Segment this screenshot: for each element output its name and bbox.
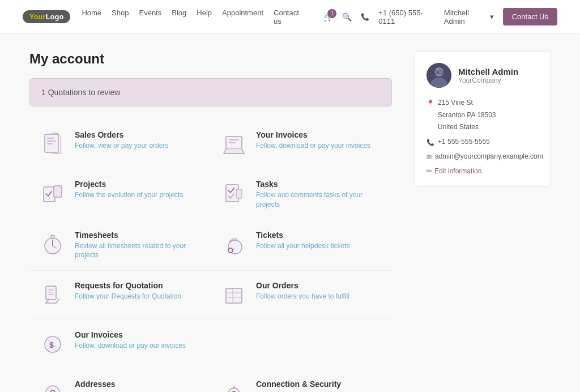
account-item-tickets[interactable]: Tickets Follow all your helpdesk tickets [211, 220, 392, 271]
contact-us-button[interactable]: Contact Us [503, 8, 557, 25]
svg-rect-1 [47, 138, 54, 139]
cart-icon[interactable]: 🛒 1 [323, 12, 333, 22]
account-item-addresses[interactable]: Addresses Add, remove or modify your add… [29, 369, 211, 392]
svg-rect-10 [236, 189, 242, 198]
cart-badge: 1 [327, 9, 336, 18]
tasks-text: Tasks Follow and comments tasks of your … [256, 180, 383, 210]
sidebar: Mitchell Admin YourCompany 📍 215 Vine St… [415, 51, 551, 392]
page-container: My account 1 Quotations to review Sales … [18, 34, 562, 392]
svg-rect-5 [229, 139, 239, 140]
your-invoices-icon [220, 130, 248, 159]
account-item-tasks[interactable]: Tasks Follow and comments tasks of your … [211, 169, 392, 220]
main-content: My account 1 Quotations to review Sales … [29, 51, 392, 392]
timesheets-text: Timesheets Review all timesheets related… [75, 231, 202, 261]
profile-card: Mitchell Admin YourCompany 📍 215 Vine St… [415, 51, 551, 187]
profile-company: YourCompany [458, 76, 518, 84]
navbar: YourLogo Home Shop Events Blog Help Appo… [0, 0, 580, 34]
nav-phone: +1 (650) 555-0111 [378, 8, 435, 25]
projects-icon [39, 180, 67, 208]
our-invoices-icon: $ [39, 330, 67, 359]
profile-phone: +1 555-555-5555 [438, 136, 490, 148]
sales-orders-icon [39, 130, 67, 159]
phone-row: 📞 +1 555-555-5555 [427, 136, 539, 148]
tickets-text: Tickets Follow all your helpdesk tickets [256, 231, 349, 251]
addresses-icon [39, 380, 67, 392]
items-grid: Sales Orders Follow, view or pay your or… [29, 120, 392, 392]
nav-blog[interactable]: Blog [172, 8, 186, 25]
account-item-our-orders[interactable]: Our Orders Follow orders you have to ful… [211, 271, 392, 320]
svg-rect-3 [47, 143, 53, 144]
our-orders-text: Our Orders Follow orders you have to ful… [256, 281, 349, 301]
avatar [427, 63, 451, 88]
address-text: 215 Vine St Scranton PA 18503 United Sta… [438, 97, 496, 134]
nav-links: Home Shop Events Blog Help Appointment C… [82, 8, 301, 25]
location-icon: 📍 [427, 98, 434, 109]
nav-appointment[interactable]: Appointment [222, 8, 263, 25]
our-orders-icon [220, 281, 248, 309]
phone-profile-icon: 📞 [427, 137, 434, 148]
quotation-banner[interactable]: 1 Quotations to review [29, 78, 392, 106]
your-invoices-text: Your Invoices Follow, download or pay yo… [256, 130, 370, 151]
requests-quotation-icon [39, 281, 67, 309]
our-invoices-text: Our Invoices Follow, download or pay our… [75, 330, 186, 351]
account-item-our-invoices[interactable]: $ Our Invoices Follow, download or pay o… [29, 320, 211, 369]
nav-home[interactable]: Home [82, 8, 101, 25]
svg-point-16 [228, 248, 233, 253]
email-row: ✉ admin@yourcompany.example.com [427, 151, 539, 163]
nav-contact[interactable]: Contact us [274, 8, 301, 25]
account-item-timesheets[interactable]: Timesheets Review all timesheets related… [29, 220, 211, 271]
logo[interactable]: YourLogo [23, 10, 70, 23]
nav-help[interactable]: Help [197, 8, 212, 25]
nav-user-menu[interactable]: Mitchell Admin ▾ [444, 8, 494, 25]
account-item-your-invoices[interactable]: Your Invoices Follow, download or pay yo… [211, 120, 392, 169]
svg-rect-21 [48, 294, 54, 295]
connection-security-icon [220, 380, 248, 392]
pencil-icon: ✏ [427, 167, 432, 175]
profile-name-section: Mitchell Admin YourCompany [458, 67, 518, 84]
account-item-requests-quotation[interactable]: Requests for Quotation Follow your Reque… [29, 271, 211, 320]
nav-shop[interactable]: Shop [112, 8, 129, 25]
svg-rect-6 [229, 142, 236, 143]
projects-text: Projects Follow the evolution of your pr… [75, 180, 183, 200]
svg-point-14 [51, 235, 54, 238]
sales-orders-text: Sales Orders Follow, view or pay your or… [75, 130, 168, 151]
addresses-text: Addresses Add, remove or modify your add… [75, 380, 191, 392]
search-icon[interactable]: 🔍 [342, 12, 352, 22]
svg-rect-20 [48, 292, 53, 293]
timesheets-icon [39, 231, 67, 259]
svg-rect-2 [47, 140, 56, 142]
profile-info: 📍 215 Vine St Scranton PA 18503 United S… [427, 97, 539, 163]
svg-rect-22 [226, 288, 242, 303]
nav-icons: 🛒 1 🔍 📞 +1 (650) 555-0111 Mitchell Admin… [323, 8, 557, 25]
address-row: 📍 215 Vine St Scranton PA 18503 United S… [427, 97, 539, 134]
account-item-sales-orders[interactable]: Sales Orders Follow, view or pay your or… [29, 120, 211, 169]
account-item-projects[interactable]: Projects Follow the evolution of your pr… [29, 169, 211, 220]
tickets-icon [220, 231, 248, 259]
svg-rect-18 [46, 286, 56, 300]
profile-name: Mitchell Admin [458, 67, 518, 76]
page-title: My account [29, 51, 392, 67]
nav-events[interactable]: Events [139, 8, 161, 25]
profile-email: admin@yourcompany.example.com [435, 151, 543, 163]
account-item-connection-security[interactable]: Connection & Security Configure your con… [211, 369, 392, 392]
email-icon: ✉ [427, 152, 432, 163]
svg-rect-8 [54, 186, 62, 197]
svg-rect-19 [48, 289, 54, 291]
requests-quotation-text: Requests for Quotation Follow your Reque… [75, 281, 181, 301]
edit-information-link[interactable]: ✏ Edit information [427, 167, 539, 175]
connection-security-text: Connection & Security Configure your con… [256, 380, 372, 392]
profile-header: Mitchell Admin YourCompany [427, 63, 539, 88]
phone-icon: 📞 [361, 13, 369, 21]
tasks-icon [220, 180, 248, 208]
